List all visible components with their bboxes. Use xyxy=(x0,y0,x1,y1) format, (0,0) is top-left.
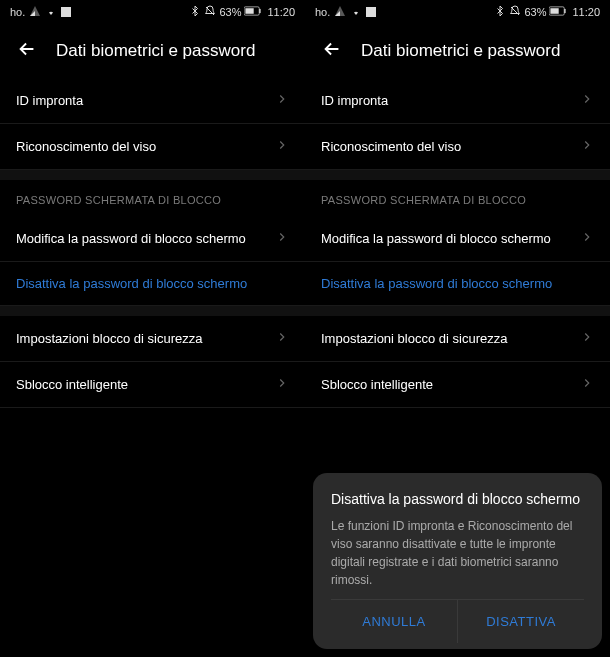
confirm-dialog: Disattiva la password di blocco schermo … xyxy=(313,473,602,649)
item-fingerprint[interactable]: ID impronta xyxy=(0,78,305,124)
svg-rect-4 xyxy=(565,9,566,13)
chevron-right-icon xyxy=(580,92,594,109)
wifi-icon xyxy=(350,5,362,19)
bluetooth-icon xyxy=(494,5,506,19)
item-label: Modifica la password di blocco schermo xyxy=(321,231,551,246)
sim-icon xyxy=(61,7,71,17)
mute-icon xyxy=(509,5,521,19)
item-face[interactable]: Riconoscimento del viso xyxy=(305,124,610,170)
signal-icon xyxy=(29,5,41,19)
confirm-button[interactable]: DISATTIVA xyxy=(458,600,584,643)
chevron-right-icon xyxy=(275,330,289,347)
item-label: Disattiva la password di blocco schermo xyxy=(321,276,552,291)
chevron-right-icon xyxy=(580,376,594,393)
item-label: Impostazioni blocco di sicurezza xyxy=(16,331,202,346)
status-bar: ho. 63% 11:20 xyxy=(0,0,305,24)
chevron-right-icon xyxy=(275,230,289,247)
item-disable-password[interactable]: Disattiva la password di blocco schermo xyxy=(0,262,305,306)
chevron-right-icon xyxy=(580,230,594,247)
item-change-password[interactable]: Modifica la password di blocco schermo xyxy=(0,216,305,262)
screen-right: ho. 63% 11:20 Dati biometrici e password… xyxy=(305,0,610,657)
item-security-settings[interactable]: Impostazioni blocco di sicurezza xyxy=(305,316,610,362)
header: Dati biometrici e password xyxy=(305,24,610,78)
page-title: Dati biometrici e password xyxy=(56,41,255,61)
section-divider xyxy=(305,170,610,180)
item-label: Impostazioni blocco di sicurezza xyxy=(321,331,507,346)
section-divider xyxy=(0,306,305,316)
chevron-right-icon xyxy=(580,330,594,347)
item-label: Sblocco intelligente xyxy=(321,377,433,392)
item-label: Riconoscimento del viso xyxy=(16,139,156,154)
back-icon[interactable] xyxy=(321,38,343,64)
back-icon[interactable] xyxy=(16,38,38,64)
item-label: Disattiva la password di blocco schermo xyxy=(16,276,247,291)
svg-rect-2 xyxy=(246,8,254,14)
sim-icon xyxy=(366,7,376,17)
carrier-label: ho. xyxy=(10,6,25,18)
item-change-password[interactable]: Modifica la password di blocco schermo xyxy=(305,216,610,262)
battery-icon xyxy=(244,6,262,18)
item-security-settings[interactable]: Impostazioni blocco di sicurezza xyxy=(0,316,305,362)
bluetooth-icon xyxy=(189,5,201,19)
item-label: Riconoscimento del viso xyxy=(321,139,461,154)
clock: 11:20 xyxy=(572,6,600,18)
item-label: Sblocco intelligente xyxy=(16,377,128,392)
item-label: ID impronta xyxy=(321,93,388,108)
cancel-button[interactable]: ANNULLA xyxy=(331,600,458,643)
chevron-right-icon xyxy=(275,376,289,393)
svg-rect-1 xyxy=(260,9,261,13)
screen-left: ho. 63% 11:20 Dati biometrici e password… xyxy=(0,0,305,657)
carrier-label: ho. xyxy=(315,6,330,18)
section-header-lockpw: PASSWORD SCHERMATA DI BLOCCO xyxy=(305,180,610,216)
wifi-icon xyxy=(45,5,57,19)
battery-percent: 63% xyxy=(524,6,546,18)
item-label: ID impronta xyxy=(16,93,83,108)
dialog-title: Disattiva la password di blocco schermo xyxy=(331,491,584,507)
svg-rect-5 xyxy=(551,8,559,14)
header: Dati biometrici e password xyxy=(0,24,305,78)
item-fingerprint[interactable]: ID impronta xyxy=(305,78,610,124)
item-label: Modifica la password di blocco schermo xyxy=(16,231,246,246)
dialog-actions: ANNULLA DISATTIVA xyxy=(331,599,584,643)
page-title: Dati biometrici e password xyxy=(361,41,560,61)
item-smart-unlock[interactable]: Sblocco intelligente xyxy=(305,362,610,408)
item-disable-password[interactable]: Disattiva la password di blocco schermo xyxy=(305,262,610,306)
item-face[interactable]: Riconoscimento del viso xyxy=(0,124,305,170)
status-bar: ho. 63% 11:20 xyxy=(305,0,610,24)
signal-icon xyxy=(334,5,346,19)
mute-icon xyxy=(204,5,216,19)
section-header-lockpw: PASSWORD SCHERMATA DI BLOCCO xyxy=(0,180,305,216)
chevron-right-icon xyxy=(580,138,594,155)
chevron-right-icon xyxy=(275,138,289,155)
dialog-body: Le funzioni ID impronta e Riconoscimento… xyxy=(331,517,584,589)
chevron-right-icon xyxy=(275,92,289,109)
battery-icon xyxy=(549,6,567,18)
battery-percent: 63% xyxy=(219,6,241,18)
clock: 11:20 xyxy=(267,6,295,18)
section-divider xyxy=(0,170,305,180)
section-divider xyxy=(305,306,610,316)
item-smart-unlock[interactable]: Sblocco intelligente xyxy=(0,362,305,408)
